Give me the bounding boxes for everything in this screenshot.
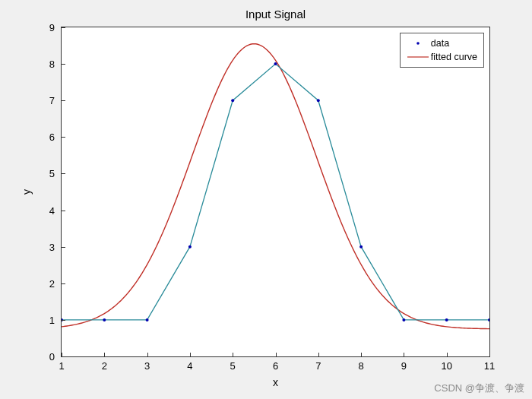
data-point [445,318,448,321]
watermark-text: CSDN @争渡、争渡 [434,382,524,395]
x-tick-mark [361,353,362,356]
x-tick-mark [190,353,191,356]
data-point [488,318,489,321]
fitted-curve-line [62,44,489,329]
y-tick-mark [62,27,65,28]
x-tick-label: 6 [273,360,278,372]
x-tick-mark [447,353,448,356]
y-tick-label: 7 [49,95,59,106]
y-tick-label: 3 [49,241,59,252]
data-point [402,318,405,321]
y-tick-mark [62,211,65,211]
x-tick-mark [276,353,277,356]
plot-canvas [62,27,489,356]
y-tick-label: 1 [49,314,59,325]
legend-marker-data [405,36,431,50]
y-tick-label: 5 [49,168,59,179]
data-point [359,245,363,249]
legend: data fitted curve [400,33,484,68]
data-point [317,99,320,102]
legend-entry-data: data [405,36,477,50]
y-tick-mark [62,247,65,248]
x-tick-label: 8 [358,360,363,372]
data-point [146,318,149,321]
x-tick-mark [233,353,233,356]
legend-label-fitted: fitted curve [431,52,477,62]
x-tick-label: 11 [484,360,495,372]
data-point [188,245,192,249]
y-tick-label: 4 [49,204,59,216]
y-tick-label: 8 [49,59,59,70]
y-tick-mark [62,283,65,284]
y-tick-mark [62,320,65,321]
x-tick-label: 10 [441,360,451,372]
y-tick-label: 9 [49,22,59,33]
legend-entry-fitted: fitted curve [405,50,477,64]
x-tick-mark [489,353,490,356]
y-tick-mark [62,64,65,65]
y-tick-mark [62,137,65,138]
x-tick-label: 1 [59,360,64,372]
y-tick-label: 0 [49,351,59,363]
x-tick-label: 2 [102,360,107,372]
svg-point-0 [416,42,420,45]
x-tick-mark [104,353,105,356]
data-point [103,318,106,321]
x-tick-label: 5 [230,360,236,372]
axes-area: data fitted curve [61,27,490,357]
y-tick-mark [62,100,65,101]
chart-title: Input Signal [61,8,490,21]
legend-label-data: data [431,38,449,49]
data-point [274,62,277,65]
y-tick-label: 2 [49,277,59,289]
x-axis-label: x [61,376,490,388]
legend-line-fitted [405,50,431,64]
y-tick-mark [62,356,65,357]
x-tick-label: 3 [144,360,150,372]
x-tick-label: 4 [187,360,192,372]
data-point [231,99,234,102]
x-tick-mark [318,353,319,356]
figure-window: Input Signal y data fitted curve x 12345… [0,0,532,399]
y-tick-mark [62,173,65,174]
data-connecting-line [62,64,489,320]
x-tick-mark [147,353,148,356]
x-tick-mark [404,353,404,356]
y-tick-label: 6 [49,131,59,143]
x-tick-label: 9 [401,360,407,372]
x-tick-label: 7 [315,360,321,372]
